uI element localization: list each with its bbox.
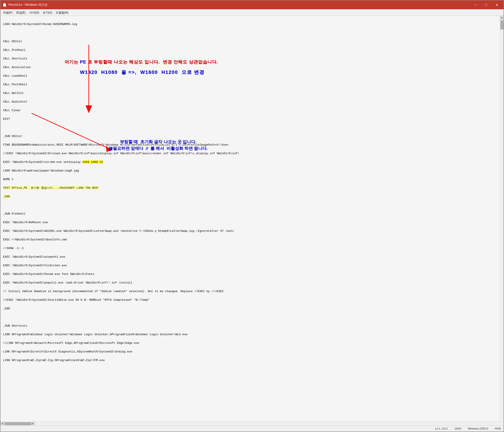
minimize-button[interactable]: ─ [470, 1, 481, 9]
line-call-shortcuts: CALL Shortcuts [3, 56, 497, 61]
menu-bar: 파일(F) 편집(E) 서식(O) 보기(V) 도움말(H) [0, 9, 504, 16]
line-exec-au3: EXEC !%WinDir%\System32\AU3381.exe %WinD… [3, 229, 497, 233]
line-link-edge: //LINK %Programs%\Network\Microsoft Edge… [3, 341, 497, 345]
window-title: Pecmd.ini - Windows 메모장 [9, 3, 47, 7]
menu-edit[interactable]: 편집(E) [14, 10, 27, 15]
line-exec-remount: EXEC !%WinDir%\ReMount.exe [3, 220, 497, 225]
line-logo: LOGO %WinDir%\web\wallpaper\Windows\img0… [3, 169, 497, 173]
status-bar: Ln 1, Col 1 100% Windows (CRLF) ANSI [0, 425, 504, 432]
line-empty3 [3, 315, 497, 320]
menu-view[interactable]: 보기(V) [41, 10, 54, 15]
line-2 [3, 31, 497, 35]
line-call-osinit: CALL OSInit [3, 39, 497, 44]
line-link-wlu: LINK %Programs%\Windows Login Unlocker\W… [3, 332, 497, 337]
line-exit: EXIT [3, 117, 497, 121]
line-exec-imdisk: //EXEC !%WinDir%\System32\StartImDisk.ex… [3, 298, 497, 302]
line-call-audioinit: CALL AudioInit [3, 100, 497, 104]
line-sub-preshell: _SUB PreShell [3, 212, 497, 216]
line-sub-osinit: _SUB OSInit [3, 134, 497, 138]
line-call-association: CALL Association [3, 65, 497, 70]
editor-content[interactable]: LOGS %WinDir%\System32\Pecmd.%USERNAME%.… [0, 16, 500, 422]
vertical-scrollbar[interactable]: ▲ [500, 16, 504, 422]
line-call-loadshell: CALL LoadShell [3, 74, 497, 78]
scroll-thumb-v[interactable] [500, 20, 503, 29]
maximize-button[interactable]: □ [481, 1, 491, 9]
main-window: 📄 Pecmd.ini - Windows 메모장 ─ □ ✕ 파일(F) 편집… [0, 0, 504, 432]
line-comment-imdisk: // Install ImDisk Ramdisk in background … [3, 289, 497, 294]
line-call-postshell: CALL PostShell [3, 83, 497, 87]
line-empty2 [3, 203, 497, 208]
line-ending: Windows (CRLF) [468, 427, 488, 430]
line-exec-fixscreen: EXEC !%WinDir%\System32\FixScreen.exe [3, 263, 497, 268]
line-exec-nircmd: EXEC !%WinDir%\System32\nircmd.exe setdi… [3, 160, 497, 164]
line-link-wzzip: LINK %Programs%\WZ-Zip\WZ-Zip,%ProgramFi… [3, 358, 497, 363]
menu-file[interactable]: 파일(F) [1, 10, 14, 15]
horizontal-scrollbar[interactable]: ◀ ▶ [0, 422, 504, 425]
title-bar: 📄 Pecmd.ini - Windows 메모장 ─ □ ✕ [0, 0, 504, 9]
editor-container: LOGS %WinDir%\System32\Pecmd.%USERNAME%.… [0, 16, 504, 422]
scroll-right-button[interactable]: ▶ [31, 422, 35, 426]
encoding: ANSI [495, 427, 501, 430]
zoom-level: 100% [455, 427, 461, 430]
line-empty1 [3, 126, 497, 130]
menu-help[interactable]: 도움말(H) [54, 10, 70, 15]
window-controls: ─ □ ✕ [470, 1, 502, 9]
editor-scroll[interactable]: LOGS %WinDir%\System32\Pecmd.%USERNAME%.… [0, 16, 500, 422]
line-end2: _END [3, 306, 497, 311]
line-exec-pnputil: EXEC !%WinDir%\System32\pnputil.exe /add… [3, 281, 497, 285]
line-exec-drvload: //EXEC !%WinDir%\System32\Drvload.exe %W… [3, 151, 497, 156]
line-sub-shortcuts: _SUB Shortcuts [3, 324, 497, 328]
scroll-up-button[interactable]: ▲ [500, 16, 504, 20]
line-numk: NUMK 1 [3, 177, 497, 182]
scroll-left-button[interactable]: ◀ [0, 422, 4, 426]
scroll-thumb-h[interactable] [5, 422, 31, 425]
line-show: //SHOW -1:-1 [3, 246, 497, 251]
line-find: FIND $%USERNAME%=Administrator,REGI HKLM… [3, 143, 497, 147]
line-end1: _END [3, 194, 497, 199]
line-exec-bootinfo: EXEC =!%WinDir%\System32\BootInfo.cmd [3, 238, 497, 242]
line-1: LOGS %WinDir%\System32\Pecmd.%USERNAME%.… [3, 22, 497, 27]
line-exec-fonts: EXEC !%WinDir%\System32\Pecmd.exe font %… [3, 272, 497, 276]
close-button[interactable]: ✕ [492, 1, 502, 9]
line-text: TEXT Office_PE 초기화 중입니다....#0x0100FF L48… [3, 186, 497, 190]
title-bar-left: 📄 Pecmd.ini - Windows 메모장 [2, 3, 47, 7]
menu-format[interactable]: 서식(O) [27, 10, 41, 15]
line-exec-winpeshl: EXEC !%WinDir%\System32\winpeshl.exe [3, 255, 497, 259]
line-call-netinit: CALL NetInit [3, 91, 497, 95]
line-link-dxdiag: LINK %Programs%\DirectX\DirectX Diagnost… [3, 349, 497, 354]
app-icon: 📄 [2, 3, 7, 7]
line-call-clean: CALL Clean [3, 108, 497, 113]
line-call-preshell: CALL PreShell [3, 48, 497, 52]
cursor-position: Ln 1, Col 1 [435, 427, 448, 430]
